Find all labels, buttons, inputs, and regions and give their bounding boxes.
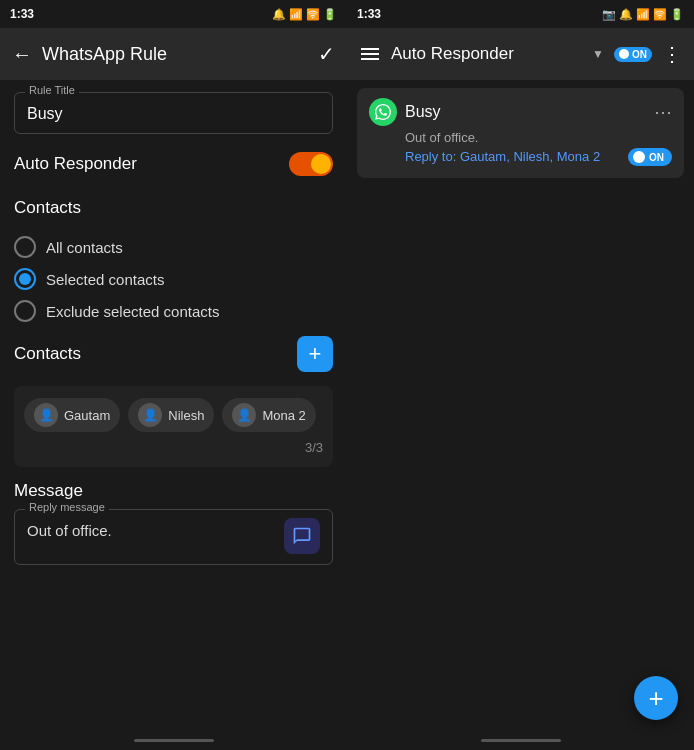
right-time: 1:33 — [357, 7, 381, 21]
left-time: 1:33 — [10, 7, 34, 21]
right-signal-icon: 📶 — [636, 8, 650, 21]
rule-toggle-label: ON — [649, 152, 664, 163]
dropdown-arrow-icon[interactable]: ▼ — [592, 47, 604, 61]
left-status-icons: 🔔 📶 🛜 🔋 — [272, 8, 337, 21]
rule-title-value: Busy — [27, 105, 320, 123]
right-wifi-icon: 🛜 — [653, 8, 667, 21]
avatar-nilesh: 👤 — [138, 403, 162, 427]
add-rule-fab[interactable]: + — [634, 676, 678, 720]
radio-all-contacts[interactable]: All contacts — [14, 236, 333, 258]
signal-icon: 📶 — [289, 8, 303, 21]
rule-card-toggle[interactable]: ON — [628, 148, 672, 166]
auto-responder-toggle[interactable] — [289, 152, 333, 176]
left-content: Rule Title Busy Auto Responder Contacts … — [0, 80, 347, 730]
reply-to-names: Gautam, Nilesh, Mona 2 — [460, 149, 600, 164]
bottom-bar — [0, 730, 347, 750]
radio-selected-contacts[interactable]: Selected contacts — [14, 268, 333, 290]
rule-title-field[interactable]: Rule Title Busy — [14, 92, 333, 134]
wifi-icon: 🛜 — [306, 8, 320, 21]
message-section: Message Reply message Out of office. — [14, 481, 333, 565]
right-status-icons: 📷 🔔 📶 🛜 🔋 — [602, 8, 684, 21]
contact-chip-mona2[interactable]: 👤 Mona 2 — [222, 398, 315, 432]
contacts-chips: 👤 Gautam 👤 Nilesh 👤 Mona 2 — [24, 398, 323, 432]
radio-selected-inner — [19, 273, 31, 285]
left-top-bar: ← WhatsApp Rule ✓ — [0, 28, 347, 80]
radio-exclude-label: Exclude selected contacts — [46, 303, 219, 320]
radio-all-outer — [14, 236, 36, 258]
rule-title-label: Rule Title — [25, 84, 79, 96]
radio-selected-outer — [14, 268, 36, 290]
radio-exclude-outer — [14, 300, 36, 322]
page-title: WhatsApp Rule — [42, 44, 308, 65]
contacts-list-header: Contacts + — [14, 336, 333, 372]
right-page-title: Auto Responder — [391, 44, 582, 64]
reply-message-field[interactable]: Reply message Out of office. — [14, 509, 333, 565]
radio-exclude-contacts[interactable]: Exclude selected contacts — [14, 300, 333, 322]
rule-card-header: Busy ⋯ — [369, 98, 672, 126]
avatar-gautam: 👤 — [34, 403, 58, 427]
alarm-icon: 🔔 — [272, 8, 286, 21]
contacts-box: 👤 Gautam 👤 Nilesh 👤 Mona 2 3/3 — [14, 386, 333, 467]
right-panel: 1:33 📷 🔔 📶 🛜 🔋 Auto Responder ▼ ON ⋮ — [347, 0, 694, 750]
battery-icon: 🔋 — [323, 8, 337, 21]
whatsapp-icon — [369, 98, 397, 126]
message-heading: Message — [14, 481, 333, 501]
rule-card-busy: Busy ⋯ Out of office. Reply to: Gautam, … — [357, 88, 684, 178]
contact-chip-gautam[interactable]: 👤 Gautam — [24, 398, 120, 432]
contacts-radio-group: All contacts Selected contacts Exclude s… — [14, 236, 333, 322]
message-template-button[interactable] — [284, 518, 320, 554]
right-bottom-bar — [347, 730, 694, 750]
contact-name-mona2: Mona 2 — [262, 408, 305, 423]
radio-all-label: All contacts — [46, 239, 123, 256]
left-panel: 1:33 🔔 📶 🛜 🔋 ← WhatsApp Rule ✓ Rule Titl… — [0, 0, 347, 750]
reply-message-text: Out of office. — [27, 522, 276, 539]
rule-card-subtitle: Out of office. — [405, 130, 672, 145]
back-button[interactable]: ← — [12, 43, 32, 66]
contacts-count: 3/3 — [24, 440, 323, 455]
right-battery-icon: 🔋 — [670, 8, 684, 21]
bottom-indicator — [134, 739, 214, 742]
contacts-section-heading: Contacts — [14, 194, 333, 222]
photo-icon: 📷 — [602, 8, 616, 21]
auto-responder-label: Auto Responder — [14, 154, 137, 174]
avatar-mona2: 👤 — [232, 403, 256, 427]
contacts-list-heading: Contacts — [14, 340, 81, 368]
left-status-bar: 1:33 🔔 📶 🛜 🔋 — [0, 0, 347, 28]
right-bottom-indicator — [481, 739, 561, 742]
reply-to-label: Reply to: — [405, 149, 456, 164]
rule-card-menu-button[interactable]: ⋯ — [654, 101, 672, 123]
right-alarm-icon: 🔔 — [619, 8, 633, 21]
contact-name-nilesh: Nilesh — [168, 408, 204, 423]
auto-responder-row: Auto Responder — [14, 148, 333, 180]
confirm-button[interactable]: ✓ — [318, 42, 335, 66]
contact-name-gautam: Gautam — [64, 408, 110, 423]
rule-card-title: Busy — [405, 103, 646, 121]
right-content: Busy ⋯ Out of office. Reply to: Gautam, … — [347, 80, 694, 730]
global-toggle-label: ON — [632, 49, 647, 60]
radio-selected-label: Selected contacts — [46, 271, 164, 288]
right-status-bar: 1:33 📷 🔔 📶 🛜 🔋 — [347, 0, 694, 28]
global-toggle-badge[interactable]: ON — [614, 47, 652, 62]
right-top-bar: Auto Responder ▼ ON ⋮ — [347, 28, 694, 80]
contacts-section: Contacts — [14, 194, 333, 222]
add-contact-button[interactable]: + — [297, 336, 333, 372]
more-options-button[interactable]: ⋮ — [662, 44, 682, 64]
reply-message-label: Reply message — [25, 501, 109, 513]
hamburger-menu-button[interactable] — [359, 46, 381, 62]
contact-chip-nilesh[interactable]: 👤 Nilesh — [128, 398, 214, 432]
